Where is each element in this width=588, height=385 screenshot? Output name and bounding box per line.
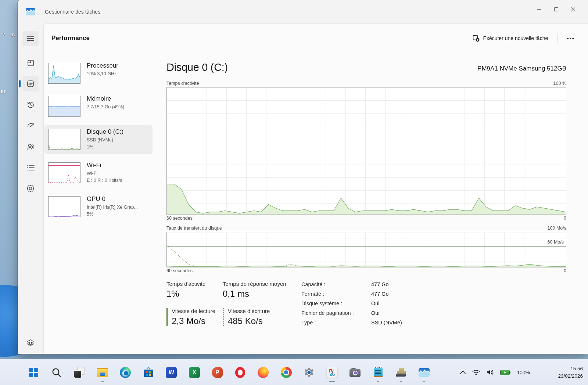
performance-list: Processeur 19% 3,10 GHz Mémoire 7,7/15,7… bbox=[44, 59, 153, 226]
word-icon: W bbox=[166, 367, 177, 378]
start-button[interactable] bbox=[22, 361, 45, 384]
disk-stats: Temps d'activité 1% Vitesse de lecture 2… bbox=[166, 281, 566, 326]
navigation-rail bbox=[18, 24, 43, 354]
store-icon bbox=[143, 367, 154, 378]
memory-sparkline bbox=[48, 96, 80, 117]
info-label: Formaté : bbox=[301, 291, 371, 298]
users-icon bbox=[26, 143, 35, 151]
excel-button[interactable]: X bbox=[183, 361, 206, 384]
sidebar-item-app-history[interactable] bbox=[22, 97, 39, 112]
word-button[interactable]: W bbox=[160, 361, 183, 384]
device-name: PM9A1 NVMe Samsung 512GB bbox=[477, 65, 566, 73]
settings-button[interactable] bbox=[18, 339, 43, 347]
chart2-xspan-label: 60 secondes bbox=[166, 268, 193, 273]
battery-icon[interactable] bbox=[500, 370, 511, 375]
perf-item-title: Disque 0 (C:) bbox=[87, 128, 123, 136]
camera-icon bbox=[349, 368, 361, 377]
perf-item-subtitle: Intel(R) Iris(R) Xe Grap... bbox=[87, 204, 138, 211]
camera-button[interactable] bbox=[344, 361, 367, 384]
response-time-label: Temps de réponse moyen bbox=[223, 281, 301, 287]
sidebar-item-startup-apps[interactable] bbox=[22, 118, 39, 133]
header-divider bbox=[557, 33, 558, 43]
services-cog-icon bbox=[26, 184, 35, 192]
task-manager-taskbar-button[interactable] bbox=[413, 361, 436, 384]
perf-item-subtitle: Wi-Fi bbox=[87, 170, 122, 177]
task-manager-window: Gestionnaire des tâches bbox=[18, 0, 588, 354]
perf-item-gpu[interactable]: GPU 0 Intel(R) Iris(R) Xe Grap... 5% bbox=[44, 192, 153, 221]
perf-item-subtitle: 5% bbox=[87, 211, 138, 217]
sidebar-item-services[interactable] bbox=[22, 181, 39, 196]
chart1-min-label: 0 bbox=[564, 216, 566, 221]
activity-chart bbox=[166, 87, 566, 215]
wifi-sparkline bbox=[48, 162, 80, 183]
desktop-icon-label-fragment: A bbox=[11, 32, 15, 37]
perf-item-cpu[interactable]: Processeur 19% 3,10 GHz bbox=[44, 59, 153, 87]
detail-title: Disque 0 (C:) bbox=[166, 61, 228, 73]
opera-button[interactable] bbox=[229, 361, 252, 384]
perf-item-subtitle: SSD (NVMe) bbox=[87, 137, 123, 143]
perf-item-disk[interactable]: Disque 0 (C:) SSD (NVMe) 1% bbox=[44, 125, 153, 154]
perf-item-subtitle: 19% 3,10 GHz bbox=[87, 71, 118, 77]
taskbar-clock[interactable]: 15:56 23/02/2026 bbox=[558, 359, 583, 385]
minimize-button[interactable] bbox=[531, 2, 548, 16]
disk-info-table: Capacité :477 Go Formaté :477 Go Disque … bbox=[301, 281, 402, 326]
sidebar-item-processes[interactable] bbox=[22, 55, 39, 71]
gpu-sparkline bbox=[48, 196, 80, 217]
info-label: Type : bbox=[301, 320, 371, 326]
info-value: SSD (NVMe) bbox=[371, 320, 402, 326]
volume-icon[interactable] bbox=[486, 369, 494, 375]
sidebar-item-details[interactable] bbox=[22, 160, 39, 175]
stamp-tool-button[interactable] bbox=[390, 361, 413, 384]
clock-date: 23/02/2026 bbox=[558, 373, 583, 380]
edge-icon bbox=[120, 367, 131, 378]
microsoft-store-button[interactable] bbox=[137, 361, 160, 384]
read-speed-label: Vitesse de lecture bbox=[172, 308, 223, 314]
sidebar-item-performance[interactable] bbox=[22, 76, 39, 91]
taskbar: W X P bbox=[0, 359, 588, 385]
running-indicator bbox=[423, 381, 425, 382]
chart1-xspan-label: 60 secondes bbox=[166, 216, 193, 221]
perf-item-wifi[interactable]: Wi-Fi Wi-Fi E : 0 R : 0 Kbits/s bbox=[44, 159, 153, 187]
edge-button[interactable] bbox=[114, 361, 137, 384]
task-view-button[interactable] bbox=[68, 361, 91, 384]
read-speed-value: 2,3 Mo/s bbox=[172, 316, 223, 326]
powerpoint-button[interactable]: P bbox=[206, 361, 229, 384]
new-task-icon bbox=[473, 35, 480, 42]
settings-app-button[interactable] bbox=[298, 361, 321, 384]
chart1-label: Temps d'activité bbox=[166, 81, 199, 86]
content-card: Performance Exécuter une nouvelle tâche … bbox=[43, 24, 588, 354]
info-value: 477 Go bbox=[371, 281, 402, 288]
powerpoint-icon: P bbox=[212, 367, 223, 378]
tray-chevron-icon[interactable] bbox=[460, 370, 466, 374]
info-label: Disque système : bbox=[301, 301, 371, 307]
chart2-max-label: 100 Mo/s bbox=[548, 226, 566, 231]
perf-item-subtitle: 1% bbox=[87, 144, 123, 150]
task-manager-app-icon bbox=[26, 8, 35, 15]
more-options-button[interactable]: ••• bbox=[563, 33, 578, 44]
maximize-button[interactable] bbox=[548, 2, 564, 16]
perf-item-memory[interactable]: Mémoire 7,7/15,7 Go (49%) bbox=[44, 92, 153, 120]
cpu-sparkline bbox=[48, 63, 80, 84]
firefox-button[interactable] bbox=[252, 361, 275, 384]
notepad-button[interactable] bbox=[367, 361, 390, 384]
close-button[interactable] bbox=[564, 2, 581, 16]
perf-item-title: Wi-Fi bbox=[87, 162, 122, 169]
search-button[interactable] bbox=[45, 361, 68, 384]
perf-item-subtitle: 7,7/15,7 Go (49%) bbox=[87, 104, 124, 110]
snipping-tool-button[interactable] bbox=[321, 361, 344, 384]
list-icon bbox=[27, 165, 35, 171]
window-title: Gestionnaire des tâches bbox=[45, 9, 100, 15]
menu-hamburger-button[interactable] bbox=[22, 31, 39, 46]
task-manager-icon bbox=[419, 368, 430, 377]
file-explorer-button[interactable] bbox=[91, 361, 114, 384]
running-indicator bbox=[377, 381, 379, 382]
sidebar-item-users[interactable] bbox=[22, 139, 39, 154]
chart1-max-label: 100 % bbox=[553, 81, 566, 86]
run-new-task-button[interactable]: Exécuter une nouvelle tâche bbox=[468, 32, 553, 45]
battery-percent: 100% bbox=[517, 370, 530, 375]
chrome-button[interactable] bbox=[275, 361, 298, 384]
gear-icon bbox=[26, 339, 35, 347]
disk-sparkline bbox=[48, 129, 80, 150]
run-new-task-label: Exécuter une nouvelle tâche bbox=[483, 35, 548, 41]
wifi-icon[interactable] bbox=[472, 370, 480, 375]
